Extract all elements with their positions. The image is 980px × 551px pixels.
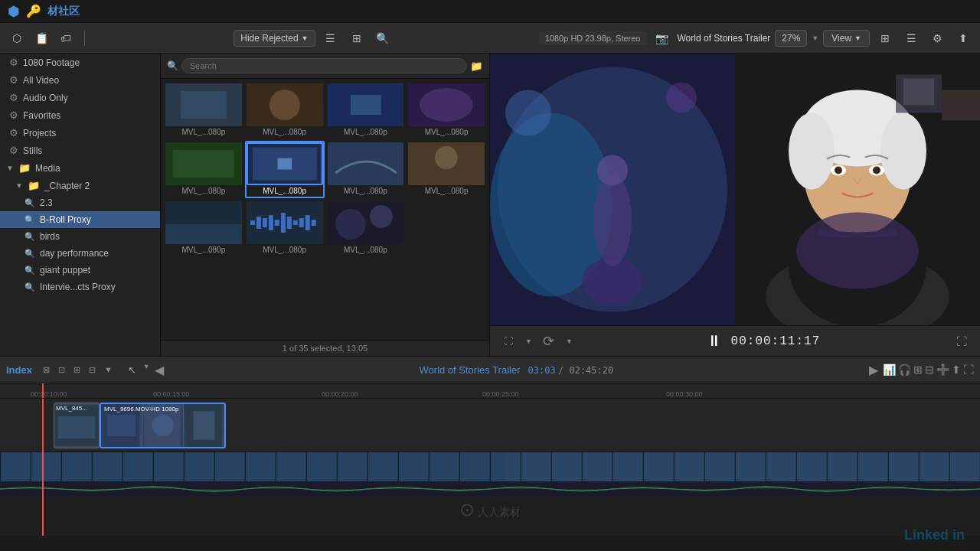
sidebar-label-stills: Stills — [23, 145, 42, 156]
thumbnail-image-selected — [247, 142, 323, 185]
sidebar-item-projects[interactable]: ⚙ Projects — [0, 124, 160, 142]
svg-rect-27 — [299, 218, 304, 227]
svg-rect-20 — [256, 217, 261, 229]
transform-btn[interactable]: ⟳ — [538, 331, 560, 352]
timeline-prev-btn[interactable]: ◀ — [155, 363, 164, 377]
thumbnail-item[interactable]: MVL_...080p — [326, 200, 406, 257]
search-input[interactable] — [181, 58, 467, 73]
fullscreen-btn[interactable]: ⛶ — [951, 331, 972, 352]
sidebar-item-day-performance[interactable]: 🔍 day performance — [0, 245, 160, 262]
sidebar-item-all-video[interactable]: ⚙ All Video — [0, 71, 160, 89]
timeline-clip-1[interactable]: MVL_845... — [54, 403, 100, 448]
timeline-tool-btn2[interactable]: ⊡ — [55, 364, 68, 377]
svg-rect-60 — [107, 415, 136, 436]
timeline-separator: / — [558, 365, 569, 376]
grid-view-btn[interactable]: ⊞ — [346, 28, 368, 48]
upper-clip-track: MVL_845... MVL_9696.MOV-HD 1080p — [0, 399, 980, 452]
main-timeline-strip: 00000 00000 — [0, 452, 980, 497]
svg-rect-24 — [281, 213, 286, 233]
list-view-btn[interactable]: ☰ — [320, 28, 341, 48]
thumbnail-image — [328, 83, 404, 126]
svg-point-41 — [666, 83, 697, 113]
upper-area: ⚙ 1080 Footage ⚙ All Video ⚙ Audio Only … — [0, 54, 980, 356]
library-btn[interactable]: ⬡ — [6, 28, 28, 48]
sidebar-label-23: 2.3 — [40, 197, 53, 208]
app-icon-2: 🔑 — [26, 4, 41, 18]
timeline-layout-btn1[interactable]: ⊞ — [913, 364, 923, 376]
aspect-ratio-btn[interactable]: ⛶ — [498, 331, 519, 352]
chevron-aspect-icon: ▼ — [525, 337, 532, 345]
timeline-export-btn[interactable]: ⬆ — [952, 364, 961, 376]
view-dropdown[interactable]: View ▼ — [823, 30, 870, 47]
export-icon-btn[interactable]: ⬆ — [952, 28, 974, 48]
pause-btn[interactable]: ⏸ — [704, 331, 725, 352]
timeline-tool-btn4[interactable]: ⊟ — [86, 364, 99, 377]
thumbnail-item[interactable]: MVL_...080p — [245, 200, 325, 257]
thumbnail-item[interactable]: MVL_...080p — [164, 141, 243, 198]
svg-rect-70 — [505, 452, 980, 481]
thumbnail-label: MVL_...080p — [328, 185, 404, 197]
thumbnail-item[interactable]: MVL_...080p — [407, 141, 486, 198]
filmstrip-bar — [0, 452, 980, 481]
sidebar-item-favorites[interactable]: ⚙ Favorites — [0, 106, 160, 124]
svg-rect-13 — [328, 142, 404, 185]
clip-1-label: MVL_845... — [56, 405, 87, 412]
svg-rect-55 — [942, 90, 980, 121]
filter-dropdown[interactable]: Hide Rejected ▼ — [234, 30, 315, 47]
toolbar-center-group: Hide Rejected ▼ ☰ ⊞ 🔍 — [93, 28, 534, 48]
sidebar-item-interview[interactable]: 🔍 Intervie...cts Proxy — [0, 279, 160, 295]
sidebar-item-audio-only[interactable]: ⚙ Audio Only — [0, 89, 160, 106]
svg-rect-22 — [269, 215, 273, 230]
timeline-layout-btn2[interactable]: ⊟ — [925, 364, 934, 376]
sidebar-group-chapter2[interactable]: ▼ 📁 _Chapter 2 — [0, 177, 160, 194]
timeline-tool-btn3[interactable]: ⊞ — [70, 364, 83, 377]
timeline-project-title: World of Stories Trailer — [420, 364, 521, 376]
sidebar-item-23[interactable]: 🔍 2.3 — [0, 194, 160, 211]
svg-point-62 — [152, 415, 174, 436]
sidebar-item-1080-footage[interactable]: ⚙ 1080 Footage — [0, 54, 160, 71]
camera-icon-btn[interactable]: 📷 — [652, 28, 673, 48]
headphone-btn[interactable]: 🎧 — [898, 364, 911, 376]
timeline-area: Index ⊠ ⊡ ⊞ ⊟ ▼ ↖ ▼ ◀ World of Stories T… — [0, 356, 980, 536]
svg-point-31 — [335, 209, 365, 240]
timeline-ruler: 00:00:10:00 00:00:15:00 00:00:20:00 00:0… — [0, 383, 980, 399]
settings-icon-btn[interactable]: ⚙ — [926, 28, 948, 48]
timeline-tracks[interactable]: MVL_845... MVL_9696.MOV-HD 1080p — [0, 399, 980, 536]
timeline-clip-2[interactable]: MVL_9696.MOV-HD 1080p — [100, 403, 226, 448]
select-tool-btn[interactable]: ↖ — [123, 363, 141, 377]
timeline-tool-btn1[interactable]: ⊠ — [40, 364, 53, 377]
sidebar-item-giant-puppet[interactable]: 🔍 giant puppet — [0, 262, 160, 279]
events-btn[interactable]: 📋 — [31, 28, 52, 48]
thumbnail-item[interactable]: MVL_...080p — [326, 141, 406, 198]
grid-icon-btn2[interactable]: ☰ — [900, 28, 922, 48]
sidebar-item-broll-proxy[interactable]: 🔍 B-Roll Proxy — [0, 211, 160, 228]
search-btn[interactable]: 🔍 — [372, 28, 394, 48]
thumbnail-item-selected[interactable]: MVL_...080p — [245, 141, 325, 198]
browser-folder-btn[interactable]: 📁 — [470, 60, 483, 72]
svg-rect-21 — [263, 218, 267, 227]
svg-point-50 — [835, 167, 842, 174]
app-logo-text: 材社区 — [47, 5, 80, 18]
timeline-next-btn[interactable]: ▶ — [869, 363, 878, 377]
thumbnail-item[interactable]: MVL_...080p — [245, 82, 325, 139]
app-icon-1: ⬢ — [8, 3, 20, 20]
timeline-zoom-btn[interactable]: ⛶ — [963, 364, 974, 376]
timeline-add-btn[interactable]: ➕ — [936, 364, 949, 376]
sidebar-group-media[interactable]: ▼ 📁 Media — [0, 159, 160, 177]
keywords-btn[interactable]: 🏷 — [55, 28, 77, 48]
sidebar-item-stills[interactable]: ⚙ Stills — [0, 142, 160, 159]
triangle-down-icon: ▼ — [6, 164, 14, 172]
thumbnail-item[interactable]: MVL_...080p — [407, 82, 486, 139]
ruler-mark-1: 00:00:10:00 — [31, 390, 67, 398]
audio-meter-btn[interactable]: 📊 — [883, 364, 896, 376]
browser-grid: MVL_...080p MVL_...080p MVL_...080p — [161, 79, 489, 340]
sidebar-item-birds[interactable]: 🔍 birds — [0, 228, 160, 245]
gear-icon-favorites: ⚙ — [9, 109, 18, 121]
timeline-toolbar: Index ⊠ ⊡ ⊞ ⊟ ▼ ↖ ▼ ◀ World of Stories T… — [0, 357, 980, 383]
thumbnail-item[interactable]: MVL_...080p — [326, 82, 406, 139]
chevron-zoom-icon: ▼ — [812, 34, 818, 42]
grid-icon-btn1[interactable]: ⊞ — [874, 28, 896, 48]
thumbnail-item[interactable]: MVL_...080p — [164, 200, 243, 257]
zoom-dropdown[interactable]: 27% — [775, 30, 807, 47]
thumbnail-item[interactable]: MVL_...080p — [164, 82, 243, 139]
